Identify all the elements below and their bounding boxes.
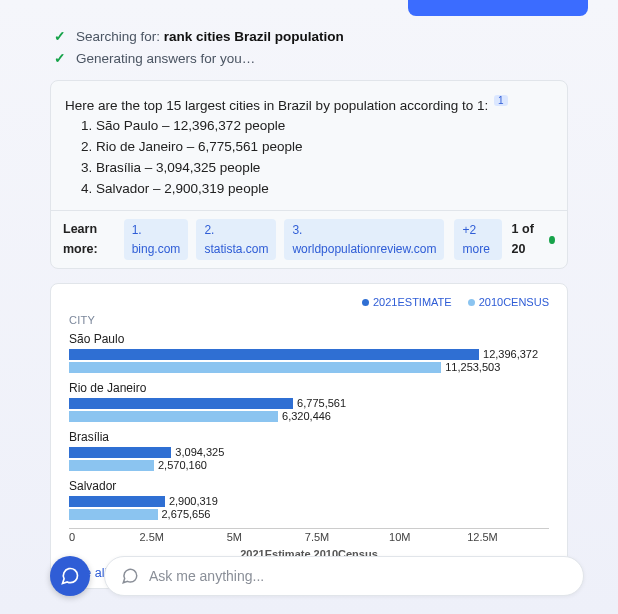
bar (69, 447, 171, 458)
source-chip[interactable]: 3. worldpopulationreview.com (284, 219, 444, 260)
bar-value-label: 11,253,503 (445, 361, 500, 373)
check-icon: ✓ (54, 50, 66, 66)
ask-input[interactable] (149, 568, 567, 584)
bar-row: 12,396,372 (69, 348, 549, 360)
chat-plus-icon (60, 566, 80, 586)
answer-list-item: 1. São Paulo – 12,396,372 people (65, 116, 553, 137)
learn-more-row: Learn more: 1. bing.com2. statista.com3.… (51, 210, 567, 268)
bar-value-label: 12,396,372 (483, 348, 538, 360)
bar-value-label: 2,570,160 (158, 459, 207, 471)
bar (69, 398, 293, 409)
bar-category-label: Rio de Janeiro (69, 381, 549, 395)
searching-prefix: Searching for: (76, 29, 160, 44)
legend-label: 2021ESTIMATE (373, 296, 452, 308)
bar-row: 2,570,160 (69, 459, 549, 471)
searching-query: rank cities Brazil population (164, 29, 344, 44)
bar-value-label: 2,675,656 (162, 508, 211, 520)
bar-group: Rio de Janeiro6,775,5616,320,446 (69, 381, 549, 422)
status-block: ✓ Searching for: rank cities Brazil popu… (54, 28, 564, 66)
bar (69, 509, 158, 520)
answer-list-item: 2. Rio de Janeiro – 6,775,561 people (65, 137, 553, 158)
bar (69, 460, 154, 471)
learn-more-label: Learn more: (63, 220, 114, 259)
bar-value-label: 6,320,446 (282, 410, 331, 422)
chart-title: CITY (69, 314, 549, 326)
status-dot-icon (549, 236, 555, 244)
legend-dot-icon (362, 299, 369, 306)
axis-tick: 5M (227, 531, 242, 543)
previous-message-tail (408, 0, 588, 16)
chat-icon (121, 567, 139, 585)
axis-tick: 0 (69, 531, 75, 543)
chart-legend: 2021ESTIMATE2010CENSUS (69, 296, 549, 308)
new-topic-button[interactable] (50, 556, 90, 596)
answer-list-item: 4. Salvador – 2,900,319 people (65, 179, 553, 200)
bar-group: Salvador2,900,3192,675,656 (69, 479, 549, 520)
chart-bars: São Paulo12,396,37211,253,503Rio de Jane… (69, 332, 549, 520)
legend-item: 2021ESTIMATE (362, 296, 452, 308)
bar-category-label: Brasília (69, 430, 549, 444)
bar-category-label: Salvador (69, 479, 549, 493)
source-chip[interactable]: 2. statista.com (196, 219, 276, 260)
chart-card: 2021ESTIMATE2010CENSUS CITY São Paulo12,… (50, 283, 568, 589)
bar-row: 2,675,656 (69, 508, 549, 520)
bar-value-label: 6,775,561 (297, 397, 346, 409)
axis-tick: 7.5M (305, 531, 329, 543)
bar (69, 411, 278, 422)
bar-row: 6,775,561 (69, 397, 549, 409)
bar-value-label: 2,900,319 (169, 495, 218, 507)
bar-row: 6,320,446 (69, 410, 549, 422)
bar-group: São Paulo12,396,37211,253,503 (69, 332, 549, 373)
citation-marker[interactable]: 1 (494, 95, 508, 106)
bar-row: 3,094,325 (69, 446, 549, 458)
bar-row: 2,900,319 (69, 495, 549, 507)
answer-list: 1. São Paulo – 12,396,372 people2. Rio d… (65, 116, 553, 200)
more-sources-chip[interactable]: +2 more (454, 219, 501, 260)
answer-card: Here are the top 15 largest cities in Br… (50, 80, 568, 269)
axis-tick: 10M (389, 531, 410, 543)
status-generating: ✓ Generating answers for you… (54, 50, 564, 66)
answer-counter: 1 of 20 (512, 220, 540, 259)
bar (69, 496, 165, 507)
legend-item: 2010CENSUS (468, 296, 549, 308)
source-chip[interactable]: 1. bing.com (124, 219, 189, 260)
bar-group: Brasília3,094,3252,570,160 (69, 430, 549, 471)
chart-x-axis: 02.5M5M7.5M10M12.5M (69, 528, 549, 550)
bar-value-label: 3,094,325 (175, 446, 224, 458)
axis-tick: 2.5M (139, 531, 163, 543)
bar-row: 11,253,503 (69, 361, 549, 373)
axis-tick: 12.5M (467, 531, 498, 543)
bar-category-label: São Paulo (69, 332, 549, 346)
answer-list-item: 3. Brasília – 3,094,325 people (65, 158, 553, 179)
bar (69, 349, 479, 360)
legend-dot-icon (468, 299, 475, 306)
bar (69, 362, 441, 373)
generating-text: Generating answers for you… (76, 51, 255, 66)
check-icon: ✓ (54, 28, 66, 44)
ask-input-container[interactable] (104, 556, 584, 596)
legend-label: 2010CENSUS (479, 296, 549, 308)
status-searching: ✓ Searching for: rank cities Brazil popu… (54, 28, 564, 44)
answer-intro: Here are the top 15 largest cities in Br… (65, 93, 553, 116)
composer-row (50, 556, 584, 596)
